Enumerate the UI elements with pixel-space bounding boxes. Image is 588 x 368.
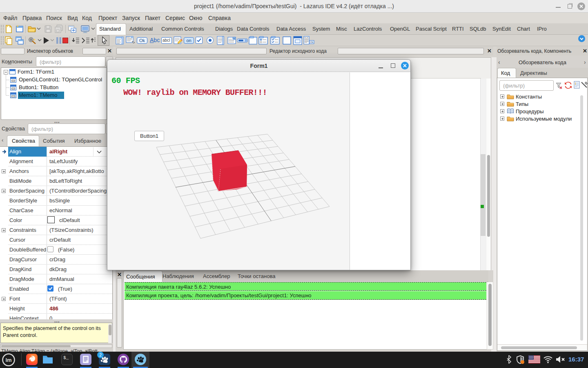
svg-text:lm: lm — [5, 357, 11, 363]
svg-text:Ok: Ok — [310, 41, 314, 43]
